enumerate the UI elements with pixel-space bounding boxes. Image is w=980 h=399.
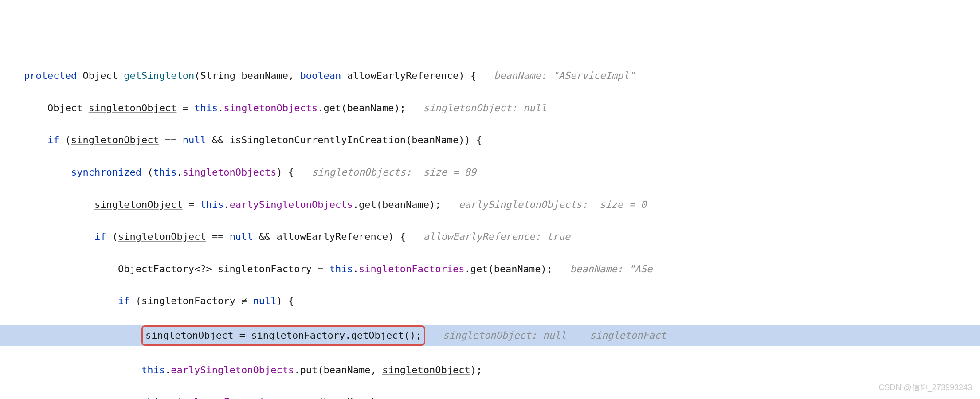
type-object: Object — [82, 70, 118, 81]
var-singletonObject: singletonObject — [382, 364, 470, 376]
inline-hint: singletonObject: null — [423, 102, 547, 113]
keyword-null: null — [183, 134, 206, 145]
code-line: singletonObject = this.earlySingletonObj… — [0, 197, 980, 213]
keyword-this: this — [141, 396, 165, 399]
field-singletonFactories: singletonFactories — [359, 263, 464, 274]
var-singletonObject: singletonObject — [89, 102, 177, 113]
inline-hint: singletonFact — [590, 330, 666, 341]
inline-hint: singletonObjects: size = 89 — [312, 167, 476, 178]
type-object: Object — [47, 102, 82, 113]
code-line: if (singletonObject == null && allowEarl… — [0, 229, 980, 245]
inline-hint: singletonObject: null — [443, 330, 566, 341]
highlighted-expression: singletonObject = singletonFactory.getOb… — [141, 325, 426, 346]
code-line: synchronized (this.singletonObjects) { s… — [0, 164, 980, 180]
keyword-this: this — [194, 102, 218, 113]
keyword-this: this — [329, 263, 353, 274]
param-type: String — [200, 70, 235, 81]
code-line: ObjectFactory<?> singletonFactory = this… — [0, 261, 980, 277]
code-line: Object singletonObject = this.singletonO… — [0, 100, 980, 116]
keyword-if: if — [94, 231, 106, 242]
field-earlySingletonObjects: earlySingletonObjects — [171, 364, 294, 376]
var-singletonObject: singletonObject — [145, 330, 234, 341]
code-line: protected Object getSingleton(String bea… — [0, 68, 980, 84]
field-singletonObjects: singletonObjects — [183, 167, 277, 178]
field-singletonFactories: singletonFactories — [171, 396, 276, 399]
keyword-null: null — [230, 231, 253, 242]
var-singletonObject: singletonObject — [94, 199, 183, 210]
var-singletonObject: singletonObject — [71, 134, 159, 145]
code-line: this.singletonFactories.remove(beanName)… — [0, 394, 980, 399]
keyword-null: null — [253, 295, 277, 306]
param-name: allowEarlyReference — [347, 70, 459, 81]
keyword-if: if — [47, 134, 59, 145]
code-line: this.earlySingletonObjects.put(beanName,… — [0, 362, 980, 378]
inline-hint: beanName: "AServiceImpl" — [494, 70, 635, 81]
keyword-boolean: boolean — [300, 70, 341, 81]
inline-hint: allowEarlyReference: true — [423, 231, 570, 242]
keyword-if: if — [118, 295, 130, 306]
inline-hint: beanName: "ASe — [570, 263, 652, 274]
method-name: getSingleton — [124, 70, 194, 81]
code-line: if (singletonFactory ≠ null) { — [0, 293, 980, 309]
keyword-this: this — [200, 199, 223, 210]
keyword-synchronized: synchronized — [71, 167, 141, 178]
field-singletonObjects: singletonObjects — [223, 102, 318, 113]
keyword-this: this — [141, 364, 165, 376]
watermark-text: CSDN @信仰_273993243 — [879, 381, 972, 395]
code-line-current: singletonObject = singletonFactory.getOb… — [0, 325, 980, 346]
type-objectfactory: ObjectFactory<?> — [118, 263, 212, 274]
param-name: beanName — [241, 70, 288, 81]
code-line: if (singletonObject == null && isSinglet… — [0, 132, 980, 148]
inline-hint: earlySingletonObjects: size = 0 — [459, 199, 647, 210]
var-singletonObject: singletonObject — [118, 231, 206, 242]
keyword-this: this — [153, 167, 176, 178]
keyword-protected: protected — [24, 70, 77, 81]
field-earlySingletonObjects: earlySingletonObjects — [230, 199, 353, 210]
